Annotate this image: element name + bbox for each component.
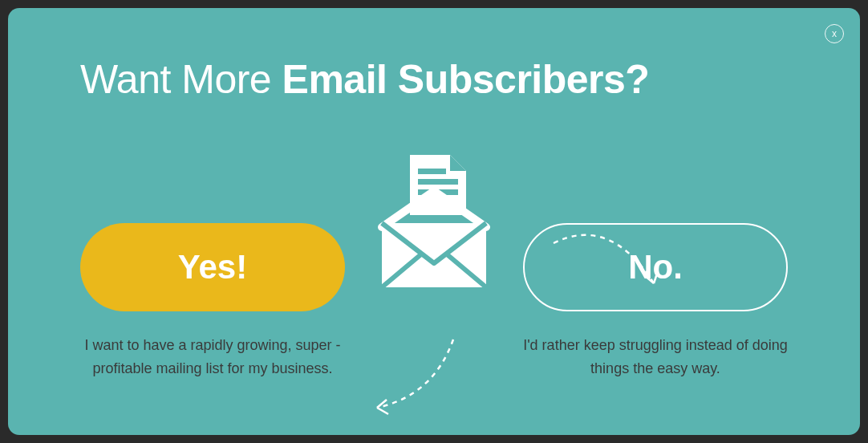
arrow-left-icon — [361, 331, 465, 428]
no-caption: I'd rather keep struggling instead of do… — [523, 334, 788, 380]
svg-rect-0 — [418, 169, 446, 174]
no-button[interactable]: No. — [523, 223, 788, 311]
heading-bold: Email Subscribers? — [282, 57, 650, 102]
close-icon: x — [832, 29, 837, 39]
close-button[interactable]: x — [825, 24, 844, 43]
options-row: Yes! I want to have a rapidly growing, s… — [80, 151, 788, 380]
envelope-graphic — [361, 151, 507, 295]
yes-button[interactable]: Yes! — [80, 223, 345, 311]
heading-light: Want More — [80, 57, 282, 102]
modal-heading: Want More Email Subscribers? — [80, 56, 788, 103]
envelope-icon — [362, 151, 506, 295]
subscribe-modal: x Want More Email Subscribers? Yes! I wa… — [8, 8, 860, 435]
yes-caption: I want to have a rapidly growing, super … — [80, 334, 345, 380]
svg-rect-1 — [418, 179, 458, 185]
no-option: No. I'd rather keep struggling instead o… — [523, 151, 788, 380]
no-button-label: No. — [628, 248, 683, 287]
yes-button-label: Yes! — [178, 248, 247, 287]
yes-option: Yes! I want to have a rapidly growing, s… — [80, 151, 345, 380]
